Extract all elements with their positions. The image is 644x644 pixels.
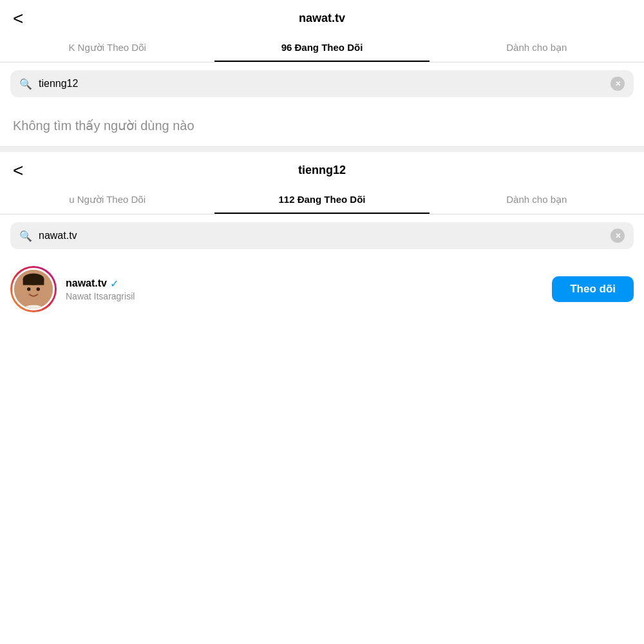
search-bar-tienng12: 🔍 nawat.tv	[10, 222, 634, 249]
tab-following-nawattv[interactable]: 96 Đang Theo Dõi	[214, 34, 429, 62]
tab-following-tienng12[interactable]: 112 Đang Theo Dõi	[214, 186, 429, 214]
tab-followers-tienng12[interactable]: u Người Theo Dõi	[0, 186, 214, 214]
header-title-nawattv: nawat.tv	[299, 12, 345, 25]
username-row: nawat.tv ✓	[66, 278, 543, 290]
svg-point-9	[42, 287, 46, 294]
clear-button-nawattv[interactable]	[611, 77, 625, 91]
screen-nawattv: < nawat.tv K Người Theo Dõi 96 Đang Theo…	[0, 0, 644, 147]
svg-point-1	[17, 305, 50, 308]
search-input-tienng12[interactable]: nawat.tv	[39, 230, 604, 242]
avatar-inner	[12, 268, 55, 310]
header-tienng12: < tienng12	[0, 152, 644, 186]
clear-button-tienng12[interactable]	[611, 229, 625, 243]
header-nawattv: < nawat.tv	[0, 0, 644, 34]
tab-suggested-nawattv[interactable]: Dành cho bạn	[430, 34, 644, 62]
full-name-text: Nawat Itsaragrisil	[66, 291, 543, 301]
user-info: nawat.tv ✓ Nawat Itsaragrisil	[66, 278, 543, 301]
avatar-image	[14, 270, 53, 308]
search-input-nawattv[interactable]: tienng12	[39, 78, 604, 90]
user-result-row: nawat.tv ✓ Nawat Itsaragrisil Theo dõi	[0, 257, 644, 321]
screen-divider	[0, 147, 644, 152]
tab-suggested-tienng12[interactable]: Dành cho bạn	[430, 186, 644, 214]
username-text: nawat.tv	[66, 278, 107, 289]
back-button-tienng12[interactable]: <	[13, 162, 23, 180]
avatar-gradient-ring	[10, 266, 57, 312]
svg-point-7	[37, 287, 40, 290]
svg-point-6	[27, 287, 30, 290]
screen-tienng12: < tienng12 u Người Theo Dõi 112 Đang The…	[0, 152, 644, 321]
back-button[interactable]: <	[13, 10, 23, 28]
search-icon-tienng12: 🔍	[19, 230, 32, 242]
search-container-nawattv: 🔍 tienng12	[0, 62, 644, 105]
search-bar-nawattv: 🔍 tienng12	[10, 70, 634, 97]
tab-followers-nawattv[interactable]: K Người Theo Dõi	[0, 34, 214, 62]
search-container-tienng12: 🔍 nawat.tv	[0, 214, 644, 257]
verified-icon: ✓	[110, 278, 118, 290]
no-result-text: Không tìm thấy người dùng nào	[0, 105, 644, 146]
svg-point-8	[21, 287, 25, 294]
tabs-tienng12: u Người Theo Dõi 112 Đang Theo Dõi Dành …	[0, 186, 644, 214]
follow-button[interactable]: Theo dõi	[552, 276, 634, 302]
svg-rect-5	[23, 279, 44, 285]
search-icon-nawattv: 🔍	[19, 78, 32, 90]
header-title-tienng12: tienng12	[298, 164, 346, 177]
tabs-nawattv: K Người Theo Dõi 96 Đang Theo Dõi Dành c…	[0, 34, 644, 62]
